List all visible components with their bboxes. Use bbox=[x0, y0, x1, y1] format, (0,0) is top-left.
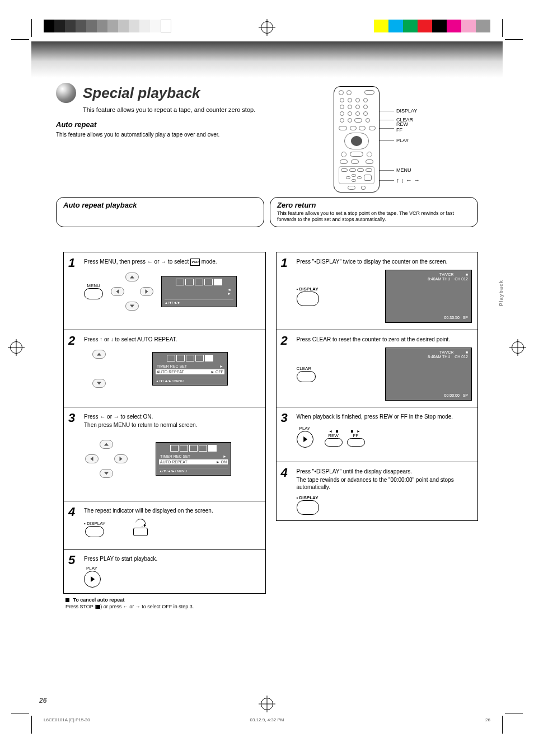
osd-footer: ▲/▼/◄/►/ MENU bbox=[156, 378, 224, 383]
step-text: Press MENU, then press ← or → to select … bbox=[84, 258, 260, 266]
tab-title: Auto repeat playback bbox=[63, 201, 257, 209]
step-box: 3 Press ← or → to select ON. Then press … bbox=[63, 407, 266, 501]
step-text: Press CLEAR to reset the counter to zero… bbox=[297, 336, 472, 343]
header-gradient bbox=[31, 41, 503, 78]
color-swatches bbox=[374, 20, 490, 32]
ff-button-icon bbox=[347, 438, 365, 447]
step-number: 1 bbox=[68, 256, 75, 270]
step-box: 3 When playback is finished, press REW o… bbox=[276, 407, 479, 462]
indicator-rect-icon bbox=[133, 528, 148, 536]
step-box: 1 Press "•DISPLAY" twice to display the … bbox=[276, 252, 479, 330]
tab-title: Zero return bbox=[277, 201, 471, 209]
osd-footer: ▲/▼/◄/►/ MENU bbox=[159, 468, 228, 473]
dpad-icon bbox=[84, 349, 114, 389]
remote-label-play: PLAY bbox=[396, 138, 409, 143]
clear-button-icon bbox=[297, 371, 316, 382]
right-column: 1 Press "•DISPLAY" twice to display the … bbox=[276, 252, 479, 610]
display-button-icon bbox=[297, 292, 319, 306]
page: Special playback This feature allows you… bbox=[0, 0, 534, 756]
rew-button-icon bbox=[325, 438, 343, 447]
step-text: Press "•DISPLAY" twice to display the co… bbox=[297, 258, 472, 265]
tab-sub: This feature allows you to set a stop po… bbox=[277, 210, 471, 223]
repeat-icon bbox=[135, 519, 146, 527]
registration-mark bbox=[10, 341, 22, 354]
step-number: 4 bbox=[281, 466, 288, 480]
step-box: 4 Press "•DISPLAY" until the display dis… bbox=[276, 462, 479, 521]
step-text: Press ↑ or ↓ to select AUTO REPEAT. bbox=[84, 336, 260, 343]
osd-screen: TIMER REC SET► AUTO REPEAT► ON ▲/▼/◄/►/ … bbox=[156, 442, 231, 475]
page-title: Special playback bbox=[83, 84, 200, 102]
button-label: FF bbox=[347, 433, 365, 438]
remote-label-arrows: ↑ ↓ ← → bbox=[396, 177, 420, 184]
play-button-icon bbox=[84, 571, 101, 588]
gray-swatches bbox=[44, 20, 171, 32]
button-label: PLAY bbox=[86, 566, 260, 571]
footer-filename: L6CE0101A [E] P15-30 bbox=[44, 717, 90, 722]
tab-auto-repeat: Auto repeat playback bbox=[56, 197, 264, 227]
button-label: • DISPLAY bbox=[297, 495, 472, 500]
play-button-icon bbox=[297, 431, 313, 448]
left-column: 1 Press MENU, then press ← or → to selec… bbox=[63, 252, 266, 610]
display-button-icon bbox=[297, 500, 319, 515]
step-text: Press "•DISPLAY" until the display disap… bbox=[297, 468, 472, 491]
footer-page-info: 26 bbox=[485, 717, 490, 722]
tab-zero-return: Zero return This feature allows you to s… bbox=[270, 197, 478, 227]
osd-screen: ◄► ▲/▼/◄/► bbox=[161, 276, 237, 307]
dpad-icon bbox=[110, 271, 154, 312]
step-number: 1 bbox=[281, 256, 288, 270]
intro-title: Auto repeat bbox=[56, 120, 336, 129]
footer-date: 03.12.9, 4:32 PM bbox=[250, 717, 284, 722]
dpad-icon bbox=[84, 439, 129, 479]
button-label: PLAY bbox=[297, 426, 313, 431]
step-box: 1 Press MENU, then press ← or → to selec… bbox=[63, 252, 266, 330]
step-box: 2 Press CLEAR to reset the counter to ze… bbox=[276, 330, 479, 407]
crop-mark bbox=[11, 710, 35, 734]
remote-label-menu: MENU bbox=[396, 167, 411, 173]
intro-text: This feature allows you to automatically… bbox=[56, 131, 336, 138]
step-box: 2 Press ↑ or ↓ to select AUTO REPEAT. TI… bbox=[63, 330, 266, 407]
step-number: 2 bbox=[281, 334, 288, 348]
step-number: 4 bbox=[68, 505, 75, 519]
remote-label-display: DISPLAY bbox=[396, 108, 417, 114]
step-number: 3 bbox=[68, 411, 75, 425]
step-text: When playback is finished, press REW or … bbox=[297, 413, 472, 420]
tv-screen: TV/VCR ■ 8:40AM THU CH 012 00:00:00 SP bbox=[385, 348, 472, 401]
registration-mark bbox=[261, 21, 273, 34]
bullet-square-icon bbox=[65, 598, 69, 602]
osd-footer: ▲/▼/◄/► bbox=[165, 299, 233, 304]
registration-mark bbox=[261, 698, 273, 710]
osd-prompt: ◄► bbox=[165, 288, 233, 296]
button-label: MENU bbox=[84, 283, 103, 288]
step-text: The repeat indicator will be displayed o… bbox=[84, 507, 260, 514]
button-label: CLEAR bbox=[297, 366, 316, 371]
registration-mark bbox=[512, 341, 524, 354]
step-text: Press PLAY to start playback. bbox=[84, 555, 260, 562]
button-label: REW bbox=[325, 433, 343, 438]
step-number: 3 bbox=[281, 411, 288, 425]
remote-diagram: DISPLAY CLEAR REWFF PLAY MENU ↑ ↓ ← → bbox=[334, 86, 479, 192]
columns: 1 Press MENU, then press ← or → to selec… bbox=[63, 252, 478, 610]
page-number: 26 bbox=[39, 697, 46, 705]
menu-button-icon bbox=[84, 288, 103, 299]
step-number: 2 bbox=[68, 334, 75, 348]
remote-label-rew-ff: REWFF bbox=[396, 122, 408, 133]
intro-block: Auto repeat This feature allows you to a… bbox=[56, 120, 336, 138]
step-number: 5 bbox=[68, 553, 75, 567]
crop-mark bbox=[499, 710, 523, 734]
display-button-icon bbox=[85, 526, 104, 537]
footnote: To cancel auto repeat Press STOP () or p… bbox=[63, 597, 266, 610]
button-label: • DISPLAY bbox=[297, 287, 319, 292]
step-text: Press ← or → to select ON. Then press ME… bbox=[84, 413, 260, 429]
step-box: 5 Press PLAY to start playback. PLAY bbox=[63, 550, 266, 594]
bullet-sphere-icon bbox=[56, 83, 76, 103]
remote-outline bbox=[334, 86, 380, 192]
side-section-label: Playback bbox=[498, 280, 504, 306]
section-tabs: Auto repeat playback Zero return This fe… bbox=[56, 197, 478, 227]
step-box: 4 The repeat indicator will be displayed… bbox=[63, 501, 266, 550]
button-label: • DISPLAY bbox=[84, 521, 105, 526]
osd-screen: TIMER REC SET► AUTO REPEAT► OFF ▲/▼/◄/►/… bbox=[152, 352, 228, 385]
tv-screen: TV/VCR ■ 8:40AM THU CH 012 00:30:50 SP bbox=[385, 270, 472, 323]
vcr-icon: VCR bbox=[190, 259, 200, 266]
